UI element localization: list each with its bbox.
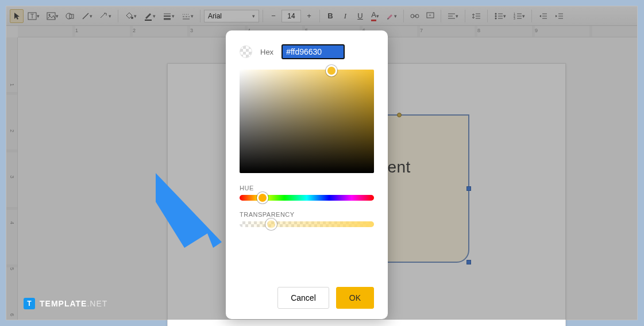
app-frame: T▾ ▾ ▾ ▾ ▾ ▾ ▾ ▾ Arial▾ − 14 + B I U A▾ … — [6, 6, 638, 320]
hex-label: Hex — [260, 48, 273, 56]
watermark-text: TEMPLATE.NET — [40, 299, 107, 308]
transparency-preview-icon — [240, 45, 252, 58]
ok-button[interactable]: OK — [336, 287, 374, 309]
saturation-thumb[interactable] — [326, 65, 337, 76]
hue-slider[interactable] — [240, 195, 374, 201]
saturation-field[interactable] — [240, 70, 374, 173]
transparency-label: TRANSPARENCY — [240, 211, 374, 218]
transparency-thumb[interactable] — [265, 218, 277, 230]
cancel-button[interactable]: Cancel — [277, 287, 329, 309]
hue-thumb[interactable] — [257, 192, 268, 204]
transparency-slider[interactable] — [240, 221, 374, 227]
watermark-badge-icon: T — [24, 298, 35, 309]
hex-input[interactable] — [281, 44, 345, 59]
hue-label: HUE — [240, 185, 374, 191]
color-picker-dialog: Hex HUE TRANSPARENCY Cancel OK — [226, 30, 388, 319]
watermark: T TEMPLATE.NET — [24, 298, 107, 309]
